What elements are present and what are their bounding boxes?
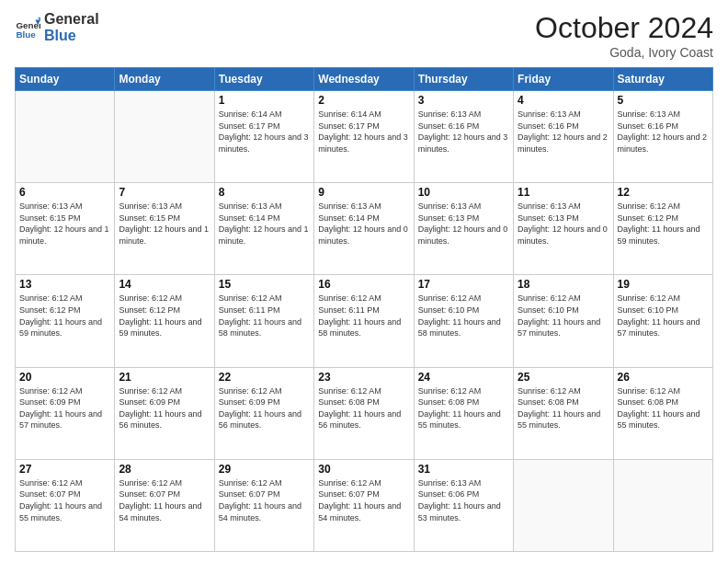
calendar-day-cell: 6Sunrise: 6:13 AM Sunset: 6:15 PM Daylig… xyxy=(16,183,115,275)
day-info: Sunrise: 6:13 AM Sunset: 6:16 PM Dayligh… xyxy=(618,109,709,155)
day-info: Sunrise: 6:12 AM Sunset: 6:08 PM Dayligh… xyxy=(318,385,409,431)
day-number: 17 xyxy=(418,278,509,291)
day-number: 8 xyxy=(219,186,310,199)
title-area: October 2024 Goda, Ivory Coast xyxy=(535,11,713,60)
day-info: Sunrise: 6:12 AM Sunset: 6:10 PM Dayligh… xyxy=(418,293,509,339)
calendar-day-cell: 7Sunrise: 6:13 AM Sunset: 6:15 PM Daylig… xyxy=(115,183,214,275)
logo-general: General xyxy=(44,11,99,28)
day-info: Sunrise: 6:12 AM Sunset: 6:08 PM Dayligh… xyxy=(418,385,509,431)
day-number: 5 xyxy=(618,94,709,107)
calendar-day-cell: 18Sunrise: 6:12 AM Sunset: 6:10 PM Dayli… xyxy=(514,275,613,367)
calendar-week-row: 1Sunrise: 6:14 AM Sunset: 6:17 PM Daylig… xyxy=(16,91,713,183)
page: General Blue General Blue October 2024 G… xyxy=(0,0,728,563)
day-number: 21 xyxy=(119,371,210,384)
calendar-table: SundayMondayTuesdayWednesdayThursdayFrid… xyxy=(15,67,713,552)
calendar-day-header: Thursday xyxy=(414,68,513,91)
calendar-day-header: Saturday xyxy=(613,68,712,91)
logo-icon: General Blue xyxy=(15,15,40,40)
calendar-day-cell: 11Sunrise: 6:13 AM Sunset: 6:13 PM Dayli… xyxy=(514,183,613,275)
calendar-day-cell xyxy=(115,91,214,183)
calendar-day-cell: 21Sunrise: 6:12 AM Sunset: 6:09 PM Dayli… xyxy=(115,367,214,459)
calendar-day-cell: 4Sunrise: 6:13 AM Sunset: 6:16 PM Daylig… xyxy=(514,91,613,183)
day-number: 29 xyxy=(219,463,310,476)
day-number: 31 xyxy=(418,463,509,476)
calendar-day-cell: 19Sunrise: 6:12 AM Sunset: 6:10 PM Dayli… xyxy=(613,275,712,367)
day-number: 24 xyxy=(418,371,509,384)
day-number: 7 xyxy=(119,186,210,199)
day-info: Sunrise: 6:12 AM Sunset: 6:09 PM Dayligh… xyxy=(19,385,110,431)
calendar-day-cell: 9Sunrise: 6:13 AM Sunset: 6:14 PM Daylig… xyxy=(314,183,414,275)
day-info: Sunrise: 6:13 AM Sunset: 6:16 PM Dayligh… xyxy=(518,109,609,155)
day-info: Sunrise: 6:12 AM Sunset: 6:07 PM Dayligh… xyxy=(219,477,310,523)
day-number: 27 xyxy=(19,463,110,476)
day-number: 22 xyxy=(219,371,310,384)
day-info: Sunrise: 6:12 AM Sunset: 6:12 PM Dayligh… xyxy=(119,293,210,339)
calendar-day-cell: 24Sunrise: 6:12 AM Sunset: 6:08 PM Dayli… xyxy=(414,367,513,459)
calendar-week-row: 27Sunrise: 6:12 AM Sunset: 6:07 PM Dayli… xyxy=(16,459,713,551)
day-info: Sunrise: 6:12 AM Sunset: 6:09 PM Dayligh… xyxy=(219,385,310,431)
calendar-day-header: Tuesday xyxy=(214,68,313,91)
day-number: 13 xyxy=(19,278,110,291)
day-info: Sunrise: 6:12 AM Sunset: 6:12 PM Dayligh… xyxy=(19,293,110,339)
day-number: 2 xyxy=(318,94,409,107)
location: Goda, Ivory Coast xyxy=(535,45,713,60)
day-info: Sunrise: 6:12 AM Sunset: 6:10 PM Dayligh… xyxy=(618,293,709,339)
calendar-day-header: Wednesday xyxy=(314,68,414,91)
day-info: Sunrise: 6:12 AM Sunset: 6:11 PM Dayligh… xyxy=(219,293,310,339)
svg-text:Blue: Blue xyxy=(16,29,36,40)
day-number: 30 xyxy=(318,463,409,476)
day-info: Sunrise: 6:13 AM Sunset: 6:13 PM Dayligh… xyxy=(518,201,609,247)
logo: General Blue General Blue xyxy=(15,11,99,43)
day-number: 19 xyxy=(618,278,709,291)
calendar-day-cell: 31Sunrise: 6:13 AM Sunset: 6:06 PM Dayli… xyxy=(414,459,513,551)
day-number: 26 xyxy=(618,371,709,384)
day-number: 11 xyxy=(518,186,609,199)
calendar-header-row: SundayMondayTuesdayWednesdayThursdayFrid… xyxy=(16,68,713,91)
day-number: 12 xyxy=(618,186,709,199)
calendar-day-header: Sunday xyxy=(16,68,115,91)
day-info: Sunrise: 6:13 AM Sunset: 6:14 PM Dayligh… xyxy=(219,201,310,247)
calendar-week-row: 6Sunrise: 6:13 AM Sunset: 6:15 PM Daylig… xyxy=(16,183,713,275)
calendar-day-cell: 20Sunrise: 6:12 AM Sunset: 6:09 PM Dayli… xyxy=(16,367,115,459)
day-info: Sunrise: 6:13 AM Sunset: 6:14 PM Dayligh… xyxy=(318,201,409,247)
calendar-day-cell: 8Sunrise: 6:13 AM Sunset: 6:14 PM Daylig… xyxy=(214,183,313,275)
day-number: 20 xyxy=(19,371,110,384)
day-number: 15 xyxy=(219,278,310,291)
day-number: 14 xyxy=(119,278,210,291)
calendar-day-cell: 13Sunrise: 6:12 AM Sunset: 6:12 PM Dayli… xyxy=(16,275,115,367)
day-info: Sunrise: 6:12 AM Sunset: 6:09 PM Dayligh… xyxy=(119,385,210,431)
day-info: Sunrise: 6:12 AM Sunset: 6:11 PM Dayligh… xyxy=(318,293,409,339)
month-title: October 2024 xyxy=(535,11,713,45)
day-info: Sunrise: 6:13 AM Sunset: 6:15 PM Dayligh… xyxy=(19,201,110,247)
calendar-day-cell: 22Sunrise: 6:12 AM Sunset: 6:09 PM Dayli… xyxy=(214,367,313,459)
day-number: 25 xyxy=(518,371,609,384)
calendar-day-cell: 14Sunrise: 6:12 AM Sunset: 6:12 PM Dayli… xyxy=(115,275,214,367)
calendar-day-cell: 1Sunrise: 6:14 AM Sunset: 6:17 PM Daylig… xyxy=(214,91,313,183)
day-info: Sunrise: 6:12 AM Sunset: 6:10 PM Dayligh… xyxy=(518,293,609,339)
day-info: Sunrise: 6:12 AM Sunset: 6:08 PM Dayligh… xyxy=(618,385,709,431)
day-info: Sunrise: 6:14 AM Sunset: 6:17 PM Dayligh… xyxy=(219,109,310,155)
day-info: Sunrise: 6:14 AM Sunset: 6:17 PM Dayligh… xyxy=(318,109,409,155)
day-info: Sunrise: 6:13 AM Sunset: 6:15 PM Dayligh… xyxy=(119,201,210,247)
calendar-day-cell: 2Sunrise: 6:14 AM Sunset: 6:17 PM Daylig… xyxy=(314,91,414,183)
calendar-day-cell xyxy=(16,91,115,183)
calendar-day-cell: 3Sunrise: 6:13 AM Sunset: 6:16 PM Daylig… xyxy=(414,91,513,183)
day-info: Sunrise: 6:12 AM Sunset: 6:07 PM Dayligh… xyxy=(19,477,110,523)
calendar-day-cell: 17Sunrise: 6:12 AM Sunset: 6:10 PM Dayli… xyxy=(414,275,513,367)
calendar-day-cell: 12Sunrise: 6:12 AM Sunset: 6:12 PM Dayli… xyxy=(613,183,712,275)
day-number: 28 xyxy=(119,463,210,476)
day-number: 16 xyxy=(318,278,409,291)
day-info: Sunrise: 6:12 AM Sunset: 6:08 PM Dayligh… xyxy=(518,385,609,431)
day-number: 1 xyxy=(219,94,310,107)
calendar-day-cell: 27Sunrise: 6:12 AM Sunset: 6:07 PM Dayli… xyxy=(16,459,115,551)
calendar-day-cell: 16Sunrise: 6:12 AM Sunset: 6:11 PM Dayli… xyxy=(314,275,414,367)
calendar-day-cell xyxy=(514,459,613,551)
calendar-day-header: Friday xyxy=(514,68,613,91)
calendar-day-cell: 10Sunrise: 6:13 AM Sunset: 6:13 PM Dayli… xyxy=(414,183,513,275)
calendar-day-cell: 25Sunrise: 6:12 AM Sunset: 6:08 PM Dayli… xyxy=(514,367,613,459)
day-number: 6 xyxy=(19,186,110,199)
calendar-day-header: Monday xyxy=(115,68,214,91)
calendar-day-cell xyxy=(613,459,712,551)
day-info: Sunrise: 6:12 AM Sunset: 6:07 PM Dayligh… xyxy=(119,477,210,523)
calendar-day-cell: 26Sunrise: 6:12 AM Sunset: 6:08 PM Dayli… xyxy=(613,367,712,459)
